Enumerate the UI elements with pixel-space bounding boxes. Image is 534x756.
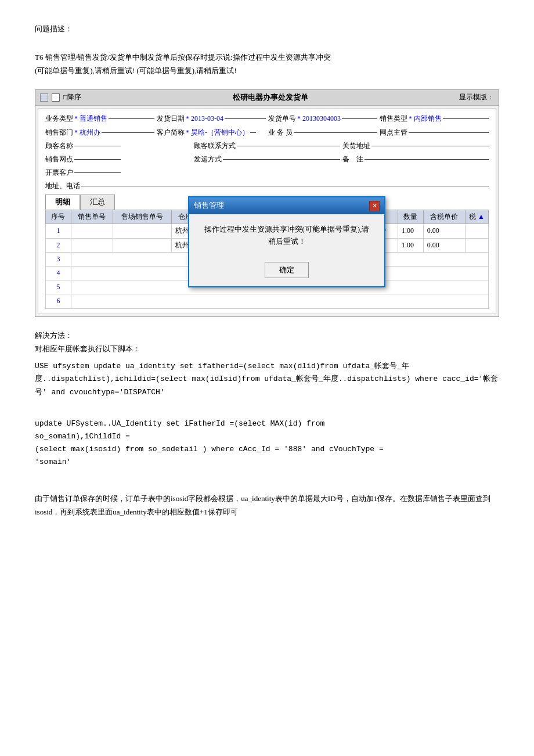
order-no-value: * 20130304003: [297, 113, 341, 124]
sales-dept-underline: [102, 132, 154, 133]
sales-staff-label: 业 务 员: [268, 127, 293, 138]
remark-field: 备 注: [342, 154, 489, 165]
order-no-field: 发货单号 * 20130304003: [268, 113, 377, 124]
dispatch-form-window: □降序 松研电器办事处发货单 显示模版： 业务类型 * 普通销售 发货日期 * …: [35, 89, 499, 317]
display-mode-label: 显示模版：: [459, 92, 494, 103]
dialog-ok-button[interactable]: 确定: [265, 262, 309, 278]
sales-dept-field: 销售部门 * 杭州办: [45, 127, 154, 138]
tab-detail[interactable]: 明细: [45, 195, 80, 210]
sales-dept-label: 销售部门: [45, 127, 73, 138]
code-line-3: (select max(isosid) from so_sodetail ) w…: [35, 443, 499, 456]
cell-seq-3: 3: [46, 252, 71, 266]
ship-method-underline: [223, 159, 340, 160]
solution-title: 解决方法：: [35, 329, 499, 342]
contact-underline: [237, 146, 340, 146]
form-row-2: 销售部门 * 杭州办 客户简称 * 昊晗-（营销中心） 业 务 员 网点主管: [45, 127, 489, 138]
ship-date-label: 发货日期: [157, 113, 185, 124]
order-checkbox[interactable]: [52, 93, 60, 102]
form-main-title: 松研电器办事处发货单: [233, 92, 308, 104]
web-admin-field: 网点主管: [380, 127, 489, 138]
ship-date-underline: [225, 118, 266, 119]
cell-seq-4: 4: [46, 267, 71, 280]
col-price: 含税单价: [423, 210, 465, 224]
dialog-close-button[interactable]: ✕: [369, 201, 380, 211]
form-row-1: 业务类型 * 普通销售 发货日期 * 2013-03-04 发货单号 * 201…: [45, 113, 489, 124]
ship-date-value: * 2013-03-04: [186, 113, 223, 124]
solution-desc: 对相应年度帐套执行以下脚本：: [35, 342, 499, 355]
ship-addr-field: 关货地址: [342, 141, 489, 152]
sales-point-field: 销售网点: [45, 154, 192, 165]
cell-seq-5: 5: [46, 280, 71, 294]
address-field: 地址、电话: [45, 181, 489, 192]
code-block-2: update UFSystem..UA_Identity set iFather…: [35, 417, 499, 469]
sales-dialog: 销售管理 ✕ 操作过程中发生资源共享冲突(可能单据号重复),请稍后重试！ 确定: [188, 196, 385, 287]
business-type-field: 业务类型 * 普通销售: [45, 113, 154, 124]
form-row-4: 销售网点 发运方式 备 注: [45, 154, 489, 165]
cell-qty-1: 1.00: [398, 224, 424, 238]
sales-point-label: 销售网点: [45, 154, 73, 165]
col-pos-no: 售场销售单号: [113, 210, 171, 224]
cell-empty-6: [71, 294, 488, 308]
cell-sales-no-2: [71, 238, 113, 252]
dialog-message: 操作过程中发生资源共享冲突(可能单据号重复),请稍后重试！: [189, 214, 384, 257]
order-no-label: 发货单号: [268, 113, 296, 124]
order-no-underline: [342, 118, 377, 119]
sales-staff-field: 业 务 员: [268, 127, 377, 138]
business-type-label: 业务类型: [45, 113, 73, 124]
customer-name-label: 客户简称: [157, 127, 185, 138]
sale-type-underline: [443, 118, 489, 119]
cell-seq-1: 1: [46, 224, 71, 238]
customer-name-value: * 昊晗-（营销中心）: [186, 127, 249, 138]
toolbar-icon: [40, 93, 48, 102]
sale-type-field: 销售类型 * 内部销售: [380, 113, 489, 124]
problem-line1: T6 销售管理/销售发货/发货单中制发货单后按保存时提示说:操作过程中发生资源共…: [35, 51, 499, 64]
address-label: 地址、电话: [45, 181, 80, 192]
remark-label: 备 注: [342, 154, 363, 165]
problem-line2: (可能单据号重复),请稍后重试! (可能单据号重复),请稍后重试!: [35, 64, 499, 77]
cell-tax-2: [466, 238, 489, 252]
invoice-underline: [74, 172, 121, 173]
customer-full-label: 顾客名称: [45, 141, 73, 152]
explanation-text: 由于销售订单保存的时候，订单子表中的isosid字段都会根据，ua_identi…: [35, 492, 499, 519]
invoice-field: 开票客户: [45, 167, 489, 178]
dialog-titlebar: 销售管理 ✕: [189, 197, 384, 214]
customer-name-field: 客户简称 * 昊晗-（营销中心）: [157, 127, 266, 138]
cell-seq-2: 2: [46, 238, 71, 252]
contact-label: 顾客联系方式: [194, 141, 236, 152]
solution-section: 解决方法： 对相应年度帐套执行以下脚本： USE ufsystem update…: [35, 329, 499, 519]
ship-date-field: 发货日期 * 2013-03-04: [157, 113, 266, 124]
code-line-4: 'somain': [35, 456, 499, 469]
sales-dept-value: * 杭州办: [74, 127, 100, 138]
sales-point-underline: [74, 159, 121, 160]
cell-qty-2: 1.00: [398, 238, 424, 252]
sale-type-value: * 内部销售: [409, 113, 442, 124]
problem-title-label: 问题描述：: [35, 23, 499, 35]
sales-staff-underline: [294, 132, 377, 133]
sale-type-label: 销售类型: [380, 113, 407, 124]
web-admin-label: 网点主管: [380, 127, 407, 138]
invoice-label: 开票客户: [45, 167, 73, 178]
tab-summary[interactable]: 汇总: [80, 195, 115, 210]
ship-addr-underline: [371, 146, 489, 146]
form-toolbar: □降序 松研电器办事处发货单 显示模版：: [35, 90, 499, 106]
code-line-2: so_somain),iChildId =: [35, 430, 499, 443]
customer-full-underline: [74, 146, 121, 146]
problem-description: T6 销售管理/销售发货/发货单中制发货单后按保存时提示说:操作过程中发生资源共…: [35, 51, 499, 78]
address-underline: [81, 186, 489, 186]
dialog-btn-row: 确定: [189, 257, 384, 286]
table-row: 6: [46, 294, 489, 308]
form-row-6: 地址、电话: [45, 181, 489, 192]
ship-addr-label: 关货地址: [342, 141, 370, 152]
business-type-value: * 普通销售: [74, 113, 107, 124]
customer-full-field: 顾客名称: [45, 141, 192, 152]
cell-pos-no-1: [113, 224, 171, 238]
col-sales-no: 销售单号: [71, 210, 113, 224]
cell-sales-no-1: [71, 224, 113, 238]
ship-method-label: 发运方式: [194, 154, 222, 165]
code-block-1: USE ufsystem update ua_identity set ifat…: [35, 360, 499, 398]
dialog-overlay: 销售管理 ✕ 操作过程中发生资源共享冲突(可能单据号重复),请稍后重试！ 确定: [188, 196, 385, 287]
col-seq: 序号: [46, 210, 71, 224]
col-tax: 税 ▲: [466, 210, 489, 224]
contact-field: 顾客联系方式: [194, 141, 340, 152]
web-admin-underline: [409, 132, 489, 133]
